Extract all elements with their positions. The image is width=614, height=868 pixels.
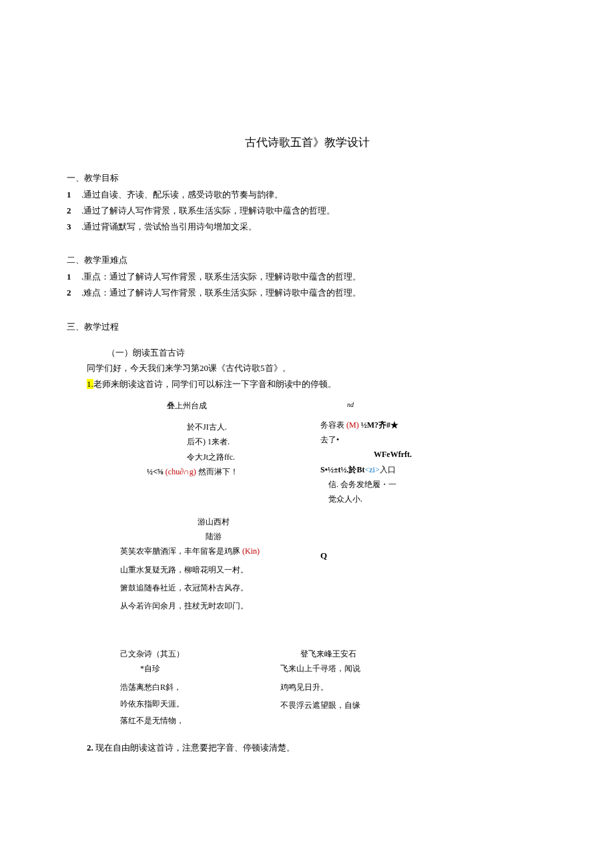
- text: .重点：通过了解诗人写作背景，联系生活实际，理解诗歌中蕴含的哲理。: [81, 270, 361, 284]
- poem-c-l3: 箫鼓追随春社近，衣冠简朴古风存。: [120, 582, 307, 594]
- poem-e-title: 登飞来峰王安石: [280, 648, 414, 661]
- poem-a-l2: 后不) 1来者.: [147, 436, 280, 448]
- poem-c-author: 陆游: [120, 530, 307, 543]
- hl-num: 1.: [87, 379, 93, 389]
- z: <zi>: [364, 465, 379, 474]
- poem-b-nd: nd: [320, 400, 454, 410]
- poem-d: 己文杂诗（其五） *自珍 浩荡离愁白R斜， 吟依东指即天涯。 落红不是无情物，: [120, 648, 227, 729]
- prefix: ½<⅝: [147, 467, 166, 476]
- s2-item-1: 1 .重点：通过了解诗人写作背景，联系生活实际，理解诗歌中蕴含的哲理。: [67, 270, 547, 284]
- poem-c: 游山西村 陆游 英笑农宰腊酒浑，丰年留客是鸡豚 (Kin) 山重水复疑无路，柳暗…: [120, 516, 307, 614]
- b: 入口: [380, 465, 396, 474]
- pinyin: (chu∂∩g): [166, 467, 196, 476]
- suffix: 然而淋下！: [196, 467, 238, 476]
- poem-b-l2: 去了•: [320, 434, 454, 446]
- poems-row-1: 叠上州台成 於不JI古人. 后不) 1来者. 令大Jt之路ffc. ½<⅝ (c…: [67, 400, 547, 508]
- poem-b: nd 务容表 (M) ½M?齐#★ 去了• WFeWfrft. S•½±t½.於…: [320, 400, 454, 508]
- poem-a-l1: 於不JI古人.: [147, 421, 280, 434]
- p2: 1.老师来朗读这首诗，同学们可以标注一下字音和朗读中的停顿。: [67, 378, 547, 392]
- s2-item-2: 2 .难点：通过了解诗人写作背景，联系生活实际，理解诗歌中蕴含的哲理。: [67, 286, 547, 300]
- poem-c-title: 游山西村: [120, 516, 307, 528]
- poem-c-l4: 从今若许闰余月，拄杖无时农叩门。: [120, 600, 307, 612]
- poem-b-l6: 觉众人小.: [320, 493, 454, 506]
- fn-text: 现在自由朗读这首诗，注意要把字音、停顿读清楚。: [95, 743, 295, 753]
- poem-e-l2: 鸡鸣见日升。: [280, 681, 414, 694]
- poem-d-l2: 吟依东指即天涯。: [120, 698, 227, 711]
- num: 1: [67, 270, 76, 284]
- poems-row-3: 己文杂诗（其五） *自珍 浩荡离愁白R斜， 吟依东指即天涯。 落红不是无情物， …: [67, 648, 547, 729]
- num: 2: [67, 204, 76, 218]
- poem-d-author: *自珍: [120, 663, 227, 675]
- poem-c-l1: 英笑农宰腊酒浑，丰年留客是鸡豚 (Kin): [120, 545, 307, 558]
- num: 2: [67, 286, 76, 300]
- section-2-heading: 二、教学重难点: [67, 254, 547, 268]
- p1: 同学们好，今天我们来学习第20课《古代诗歌5首》。: [67, 362, 547, 376]
- num: 3: [67, 220, 76, 234]
- poem-a: 叠上州台成 於不JI古人. 后不) 1来者. 令大Jt之路ffc. ½<⅝ (c…: [147, 400, 280, 508]
- poem-e-l3: 不畏浮云遮望眼，自缘: [280, 699, 414, 712]
- r: (M): [346, 420, 359, 430]
- poem-d-l1: 浩荡离愁白R斜，: [120, 681, 227, 694]
- poem-b-l3: WFeWfrft.: [320, 448, 454, 461]
- num: 1: [67, 188, 76, 202]
- poem-e-l1: 飞来山上千寻塔，闻说: [280, 663, 414, 675]
- poem-a-title: 叠上州台成: [147, 400, 280, 412]
- text: .通过背诵默写，尝试恰当引用诗句增加文采。: [81, 220, 257, 234]
- poem-b-l5: 信. 会务发绝履・一: [320, 478, 454, 491]
- footnote: 2. 现在自由朗读这首诗，注意要把字音、停顿读清楚。: [67, 741, 547, 755]
- sub-title-1: （一）朗读五首古诗: [67, 346, 547, 360]
- text: .通过了解诗人写作背景，联系生活实际，理解诗歌中蕴含的哲理。: [81, 204, 335, 218]
- doc-title: 古代诗歌五首》教学设计: [67, 133, 547, 151]
- poem-e: 登飞来峰王安石 飞来山上千寻塔，闻说 鸡鸣见日升。 不畏浮云遮望眼，自缘: [280, 648, 414, 729]
- poem-a-l4: ½<⅝ (chu∂∩g) 然而淋下！: [147, 466, 280, 478]
- b: ½M?齐#★: [359, 420, 398, 430]
- s1-item-1: 1 .通过自读、齐读、配乐读，感受诗歌的节奏与韵律。: [67, 188, 547, 202]
- poem-c-l2: 山重水复疑无路，柳暗花明又一村。: [120, 564, 307, 576]
- a: 英笑农宰腊酒浑，丰年留客是鸡豚: [120, 546, 242, 556]
- s1-item-3: 3 .通过背诵默写，尝试恰当引用诗句增加文采。: [67, 220, 547, 234]
- s1-item-2: 2 .通过了解诗人写作背景，联系生活实际，理解诗歌中蕴含的哲理。: [67, 204, 547, 218]
- poem-b-l1: 务容表 (M) ½M?齐#★: [320, 419, 454, 432]
- poem-b-l4: S•½±t½.於Bt<zi>入口: [320, 464, 454, 476]
- poem-a-l3: 令大Jt之路ffc.: [147, 451, 280, 464]
- p2-text: 老师来朗读这首诗，同学们可以标注一下字音和朗读中的停顿。: [93, 379, 336, 389]
- section-1-heading: 一、教学目标: [67, 171, 547, 185]
- a: 务容表: [320, 420, 346, 430]
- section-3-heading: 三、教学过程: [67, 320, 547, 334]
- text: .通过自读、齐读、配乐读，感受诗歌的节奏与韵律。: [81, 188, 283, 202]
- fn-num: 2.: [87, 743, 95, 753]
- poems-row-2: 游山西村 陆游 英笑农宰腊酒浑，丰年留客是鸡豚 (Kin) 山重水复疑无路，柳暗…: [67, 516, 547, 614]
- text: .难点：通过了解诗人写作背景，联系生活实际，理解诗歌中蕴含的哲理。: [81, 286, 361, 300]
- a: S•½±t½.於Bt: [320, 465, 364, 474]
- r: (Kin): [242, 546, 260, 556]
- q-mark: Q: [320, 549, 327, 614]
- poem-d-title: 己文杂诗（其五）: [120, 648, 227, 661]
- poem-d-l3: 落红不是无情物，: [120, 715, 227, 727]
